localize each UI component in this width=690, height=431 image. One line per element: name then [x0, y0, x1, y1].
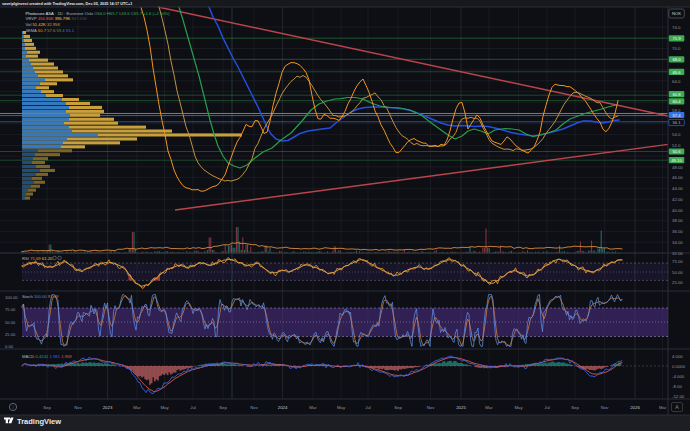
svg-text:saveiplginvest created with Tr: saveiplginvest created with TradingView.…	[2, 2, 132, 6]
svg-text:56.1: 56.1	[672, 120, 681, 125]
svg-text:65.6: 65.6	[672, 70, 681, 75]
svg-text:MACD 0.4241 1.981 1.958: MACD 0.4241 1.981 1.958	[22, 354, 72, 359]
svg-text:54.0: 54.0	[672, 132, 681, 137]
svg-text:Sep: Sep	[43, 405, 51, 410]
svg-text:RSI 71.69 61.20: RSI 71.69 61.20	[22, 256, 53, 261]
svg-text:TradingView: TradingView	[17, 417, 61, 426]
svg-text:60.8: 60.8	[672, 92, 681, 97]
svg-text:25.00: 25.00	[672, 280, 683, 285]
svg-text:-8.00: -8.00	[672, 384, 682, 389]
svg-text:i: i	[13, 405, 14, 410]
svg-text:Nov: Nov	[74, 405, 82, 410]
svg-text:64.0: 64.0	[672, 79, 681, 84]
svg-text:36.00: 36.00	[672, 229, 683, 234]
svg-text:Nov: Nov	[601, 405, 609, 410]
svg-text:2025: 2025	[456, 405, 466, 410]
svg-text:Nov: Nov	[427, 405, 435, 410]
svg-text:25.00: 25.00	[5, 332, 16, 337]
svg-text:Jul: Jul	[544, 405, 550, 410]
svg-text:100.00: 100.00	[5, 295, 18, 300]
svg-text:Sep: Sep	[394, 405, 402, 410]
svg-text:0.00: 0.00	[5, 344, 14, 349]
svg-text:44.00: 44.00	[672, 186, 683, 191]
svg-text:4EMA 60.7 57.6 59.4 55.1: 4EMA 60.7 57.6 59.4 55.1	[26, 28, 75, 33]
svg-text:Mar: Mar	[133, 405, 141, 410]
svg-text:May: May	[160, 405, 169, 410]
svg-text:Vol 51.42K 32.95K: Vol 51.42K 32.95K	[26, 22, 61, 27]
svg-text:2026: 2026	[630, 405, 640, 410]
svg-text:34.00: 34.00	[672, 240, 683, 245]
svg-text:4.000: 4.000	[672, 354, 683, 359]
svg-text:74.0: 74.0	[672, 25, 681, 30]
svg-text:52.0: 52.0	[672, 143, 681, 148]
svg-text:50.00: 50.00	[5, 320, 16, 325]
svg-text:2023: 2023	[103, 405, 113, 410]
svg-text:32.00: 32.00	[672, 251, 683, 256]
svg-text:70.0: 70.0	[672, 46, 681, 51]
svg-text:38.00: 38.00	[672, 218, 683, 223]
svg-text:75.00: 75.00	[672, 259, 683, 264]
svg-text:42.00: 42.00	[672, 197, 683, 202]
svg-text:VRVP 450.86K 396.79K 847.65K: VRVP 450.86K 396.79K 847.65K	[26, 16, 88, 21]
svg-text:May: May	[337, 405, 346, 410]
svg-text:40.00: 40.00	[672, 208, 683, 213]
svg-text:Jul: Jul	[365, 405, 371, 410]
svg-text:Mar: Mar	[309, 405, 317, 410]
svg-text:50.00: 50.00	[672, 270, 683, 275]
svg-text:Mar: Mar	[485, 405, 493, 410]
svg-text:Photocure ASA · 1D · Euronext: Photocure ASA · 1D · Euronext Oslo O64.0…	[26, 11, 171, 16]
svg-text:May: May	[515, 405, 524, 410]
svg-text:Nov: Nov	[250, 405, 258, 410]
svg-text:Sep: Sep	[571, 405, 579, 410]
svg-text:Jul: Jul	[190, 405, 196, 410]
svg-text:46.00: 46.00	[672, 175, 683, 180]
svg-text:-12.00: -12.00	[672, 394, 685, 399]
svg-text:50.6: 50.6	[672, 149, 681, 154]
svg-text:71.9: 71.9	[672, 36, 681, 41]
svg-text:75.00: 75.00	[5, 307, 16, 312]
svg-text:49.10: 49.10	[671, 158, 682, 163]
svg-text:Sep: Sep	[219, 405, 227, 410]
svg-text:60.4: 60.4	[672, 99, 681, 104]
svg-text:NOK: NOK	[672, 11, 681, 16]
svg-text:A: A	[675, 404, 679, 410]
svg-text:0.0000: 0.0000	[672, 364, 686, 369]
svg-text:48.00: 48.00	[672, 165, 683, 170]
svg-text:Mar: Mar	[659, 405, 667, 410]
svg-text:Stoch 100.00 97.19: Stoch 100.00 97.19	[22, 294, 59, 299]
svg-text:2024: 2024	[278, 405, 288, 410]
svg-text:68.0: 68.0	[672, 57, 681, 62]
svg-text:57.4: 57.4	[672, 113, 681, 118]
svg-text:-4.000: -4.000	[672, 374, 685, 379]
